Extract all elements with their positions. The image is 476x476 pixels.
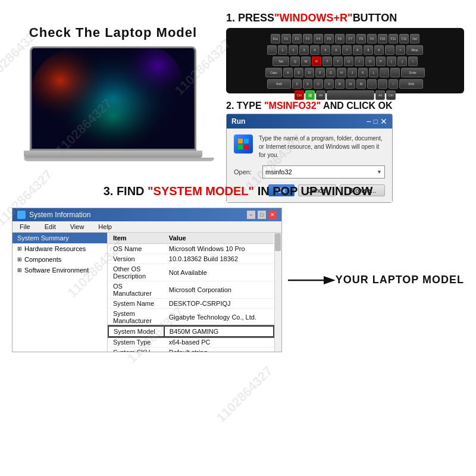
right-panel: 1. PRESS"WINDOWS+R"BUTTON Esc F1 F2 F3 F… <box>226 12 464 178</box>
svg-rect-7 <box>238 145 243 149</box>
software-expand-icon: ⊞ <box>17 267 22 273</box>
table-cell-value: 10.0.18362 Build 18362 <box>164 254 274 264</box>
table-cell-value: B450M GAMING <box>164 326 274 337</box>
menu-edit[interactable]: Edit <box>42 223 58 231</box>
sysinfo-sidebar: System Summary ⊞ Hardware Resources ⊞ Co… <box>12 233 108 352</box>
key-b: B <box>335 79 345 89</box>
sidebar-item-hardware-resources[interactable]: ⊞ Hardware Resources <box>12 243 107 254</box>
run-close-icon[interactable]: ✕ <box>380 117 387 126</box>
key-rbracket: ] <box>397 57 407 66</box>
sysinfo-close-icon[interactable]: ✕ <box>268 211 277 219</box>
key-shift-l: Shift <box>267 79 291 89</box>
sidebar-item-software-environment[interactable]: ⊞ Software Environment <box>12 265 107 275</box>
table-cell-item: System Manufacturer <box>108 309 164 327</box>
key-8: 8 <box>353 45 362 55</box>
table-row: System SKUDefault string <box>108 347 274 352</box>
main-container: Check The Laptop Model <box>0 0 476 476</box>
key-d: D <box>305 68 314 77</box>
sysinfo-wrapper: System Information − □ ✕ File Edit View … <box>12 208 464 352</box>
key-ctrl-l: Ctrl <box>295 90 304 100</box>
run-input-row: Open: msinfo32 ▼ <box>234 165 385 178</box>
key-alt-l: Alt <box>316 90 325 100</box>
sysinfo-table: Item Value OS NameMicrosoft Windows 10 P… <box>108 233 274 352</box>
step1-area: 1. PRESS"WINDOWS+R"BUTTON Esc F1 F2 F3 F… <box>226 12 464 93</box>
sidebar-item-components[interactable]: ⊞ Components <box>12 254 107 265</box>
run-description: Type the name of a program, folder, docu… <box>259 134 385 159</box>
menu-help[interactable]: Help <box>96 223 114 231</box>
key-v: V <box>324 79 334 89</box>
key-comma: , <box>367 79 377 89</box>
key-f3: F3 <box>303 34 312 43</box>
sysinfo-window-controls: − □ ✕ <box>247 211 277 219</box>
table-cell-item: System Type <box>108 337 164 347</box>
keyboard-image: Esc F1 F2 F3 F4 F5 F6 F7 F8 F9 F10 F11 <box>226 28 464 93</box>
components-expand-icon: ⊞ <box>17 256 22 262</box>
key-5: 5 <box>321 45 330 55</box>
sysinfo-window: System Information − □ ✕ File Edit View … <box>12 208 282 352</box>
key-r: R <box>312 57 321 66</box>
key-k: K <box>358 68 368 77</box>
key-quote: ' <box>390 68 400 77</box>
table-row: System Typex64-based PC <box>108 337 274 347</box>
menu-view[interactable]: View <box>68 223 87 231</box>
table-cell-value: Microsoft Corporation <box>164 281 274 299</box>
menu-file[interactable]: File <box>17 223 33 231</box>
hardware-expand-icon: ⊞ <box>17 246 22 252</box>
svg-rect-6 <box>244 139 249 143</box>
table-row: Version10.0.18362 Build 18362 <box>108 254 274 264</box>
sysinfo-menubar: File Edit View Help <box>12 221 281 233</box>
table-cell-value: Not Available <box>164 264 274 281</box>
key-backspace: Bksp <box>406 45 423 55</box>
sysinfo-minimize-icon[interactable]: − <box>247 211 255 219</box>
annotation-area: YOUR LAPTOP MODEL <box>282 208 464 352</box>
run-dropdown-icon[interactable]: ▼ <box>377 169 382 175</box>
table-row: System ManufacturerGigabyte Technology C… <box>108 309 274 327</box>
sidebar-item-system-summary[interactable]: System Summary <box>12 233 107 243</box>
step3-section: 3. FIND "SYSTEM MODEL" IN POP UP WINDOW <box>12 184 464 203</box>
run-input-dropdown[interactable]: msinfo32 ▼ <box>262 165 385 178</box>
key-tab: Tab <box>273 57 289 66</box>
laptop-image <box>24 46 202 165</box>
step1-title: 1. PRESS"WINDOWS+R"BUTTON <box>226 12 464 24</box>
run-minimize-icon[interactable]: − <box>367 117 371 126</box>
run-dialog-title: Run <box>231 117 245 126</box>
table-header-value: Value <box>164 233 274 244</box>
key-c: C <box>314 79 323 89</box>
sysinfo-app-icon <box>17 211 26 219</box>
check-title: Check The Laptop Model <box>29 25 197 40</box>
sysinfo-window-title: System Information <box>29 211 90 219</box>
key-i: I <box>355 57 364 66</box>
sysinfo-maximize-icon[interactable]: □ <box>258 211 266 219</box>
run-maximize-icon[interactable]: □ <box>374 117 378 126</box>
key-caps: Caps <box>265 68 282 77</box>
svg-rect-11 <box>18 215 21 218</box>
table-cell-item: System Model <box>108 326 164 337</box>
key-esc: Esc <box>271 34 280 43</box>
svg-marker-14 <box>324 276 336 284</box>
key-2: 2 <box>289 45 298 55</box>
run-app-icon <box>234 134 253 154</box>
table-cell-item: OS Name <box>108 244 164 254</box>
key-f: F <box>315 68 325 77</box>
key-minus: - <box>385 45 394 55</box>
key-f5: F5 <box>324 34 334 43</box>
kb-row-2: ` 1 2 3 4 5 6 7 8 9 0 - = <box>232 45 458 55</box>
key-win: ⊞ <box>305 90 315 100</box>
step3-title: 3. FIND "SYSTEM MODEL" IN POP UP WINDOW <box>12 184 464 198</box>
svg-rect-9 <box>18 212 21 214</box>
table-cell-item: OS Manufacturer <box>108 281 164 299</box>
svg-rect-10 <box>22 212 24 214</box>
kb-row-4: Caps A S D F G H J K L ; ' Enter <box>232 68 458 77</box>
sysinfo-scrollbar[interactable] <box>274 233 281 352</box>
run-icon-row: Type the name of a program, folder, docu… <box>234 134 385 159</box>
key-9: 9 <box>364 45 373 55</box>
key-j: J <box>347 68 357 77</box>
table-cell-item: Other OS Description <box>108 264 164 281</box>
scroll-thumb <box>275 233 281 251</box>
key-ctrl-r: Ctrl <box>386 90 396 100</box>
key-q: Q <box>290 57 300 66</box>
table-cell-item: System Name <box>108 299 164 309</box>
table-row: System NameDESKTOP-CSRPIQJ <box>108 299 274 309</box>
key-g: G <box>326 68 336 77</box>
table-row: Other OS DescriptionNot Available <box>108 264 274 281</box>
